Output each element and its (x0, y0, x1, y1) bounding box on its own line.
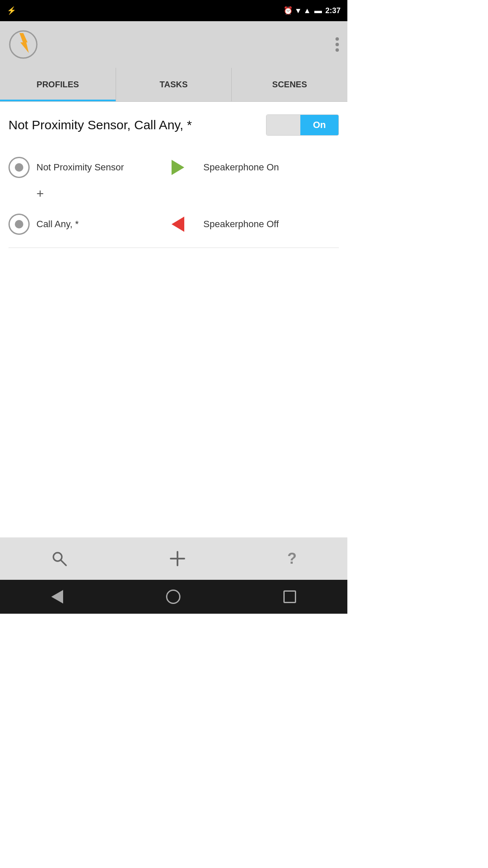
help-icon: ? (287, 550, 297, 568)
toggle-off-area (266, 115, 300, 135)
status-bar: ⚡ ⏰ ▾ ▲ ▬ 2:37 (0, 0, 347, 21)
alarm-icon: ⏰ (283, 6, 293, 15)
status-bar-right: ⏰ ▾ ▲ ▬ 2:37 (283, 6, 341, 15)
arrow-left-icon (172, 217, 184, 232)
action-label-1: Speakerphone On (203, 162, 279, 173)
tab-bar: PROFILES TASKS SCENES (0, 68, 347, 102)
plus-row[interactable]: + (8, 186, 339, 205)
battery-icon: ▬ (314, 6, 322, 15)
svg-line-3 (61, 560, 66, 565)
profile-row-1[interactable]: Not Proximity Sensor Speakerphone On (8, 148, 339, 186)
signal-icon: ▲ (303, 6, 311, 15)
tab-scenes-label: SCENES (272, 80, 307, 89)
condition-2: Call Any, * (8, 214, 161, 235)
tab-profiles-label: PROFILES (36, 80, 79, 89)
clock: 2:37 (325, 6, 341, 15)
toggle-on-button[interactable]: On (300, 115, 338, 135)
condition-icon-2 (8, 214, 30, 235)
dot3 (336, 48, 339, 52)
wifi-icon: ▾ (296, 6, 300, 15)
divider (8, 248, 339, 248)
profile-title: Not Proximity Sensor, Call Any, * (8, 118, 192, 132)
search-button[interactable] (47, 546, 72, 571)
svg-marker-1 (19, 33, 29, 53)
back-button[interactable] (47, 586, 67, 608)
arrow-left-section-2 (161, 217, 195, 232)
home-icon (166, 590, 180, 604)
tab-profiles[interactable]: PROFILES (0, 68, 116, 101)
on-toggle[interactable]: On (266, 114, 339, 136)
condition-label-2: Call Any, * (36, 219, 79, 230)
menu-button[interactable] (336, 37, 339, 52)
app-status-icon: ⚡ (7, 6, 16, 15)
tab-tasks-label: TASKS (160, 80, 188, 89)
arrow-right-icon (172, 160, 184, 175)
profile-rows: Not Proximity Sensor Speakerphone On + C… (8, 148, 339, 248)
tab-scenes[interactable]: SCENES (232, 68, 347, 101)
help-button[interactable]: ? (283, 545, 301, 572)
arrow-right-section-1 (161, 160, 195, 175)
search-icon (51, 550, 68, 567)
recent-icon (283, 590, 296, 603)
profile-row-2[interactable]: Call Any, * Speakerphone Off (8, 205, 339, 243)
action-label-2: Speakerphone Off (203, 219, 279, 230)
app-logo[interactable] (8, 30, 38, 59)
condition-1: Not Proximity Sensor (8, 157, 161, 178)
dot1 (336, 37, 339, 41)
status-bar-left: ⚡ (7, 6, 16, 15)
plus-symbol: + (36, 186, 44, 200)
dot2 (336, 43, 339, 46)
condition-icon-1 (8, 157, 30, 178)
add-button[interactable] (165, 546, 190, 571)
tab-tasks[interactable]: TASKS (116, 68, 232, 101)
home-button[interactable] (162, 585, 185, 608)
back-icon (51, 590, 63, 604)
recent-button[interactable] (279, 586, 300, 607)
profile-header: Not Proximity Sensor, Call Any, * On (8, 114, 339, 136)
bottom-bar: ? (0, 537, 347, 580)
nav-bar (0, 580, 347, 614)
add-icon (169, 550, 186, 567)
condition-label-1: Not Proximity Sensor (36, 162, 124, 173)
app-header (0, 21, 347, 68)
main-content: Not Proximity Sensor, Call Any, * On Not… (0, 102, 347, 248)
